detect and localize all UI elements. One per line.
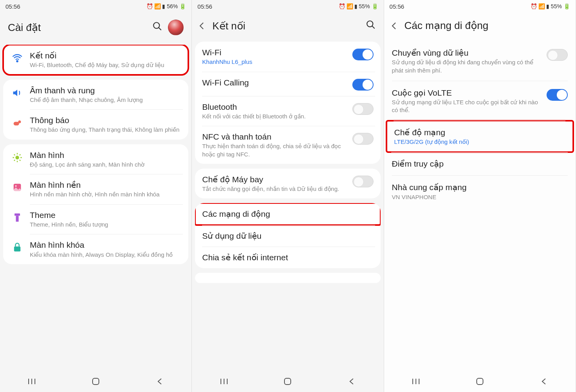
settings-item-wallpaper[interactable]: Màn hình nền Hình nền màn hình chờ, Hình… [3, 174, 188, 204]
alarm-icon: ⏰ [530, 3, 537, 9]
recents-button[interactable] [408, 374, 424, 389]
page-title: Kết nối [212, 20, 361, 32]
item-title: Nhà cung cấp mạng [392, 182, 568, 192]
item-bluetooth[interactable]: Bluetooth Kết nối với các thiết bị Bluet… [195, 96, 380, 126]
status-time: 05:56 [5, 3, 146, 10]
status-bar: 05:56 ⏰ 📶 ▮ 56% 🔋 [0, 0, 191, 13]
item-subtitle: Thực hiện thanh toán di động, chia sẻ dữ… [202, 142, 346, 158]
theme-icon [10, 211, 24, 225]
svg-point-15 [15, 185, 17, 187]
item-volte[interactable]: Cuộc gọi VoLTE Sử dụng mạng dữ liệu LTE … [384, 81, 576, 121]
recents-button[interactable] [216, 374, 232, 389]
item-subtitle: Wi-Fi, Bluetooth, Chế độ Máy bay, Sử dụn… [30, 61, 181, 69]
svg-rect-3 [14, 122, 19, 125]
status-bar: 05:56 ⏰ 📶 ▮ 55% 🔋 [192, 0, 383, 13]
navbar [192, 371, 383, 392]
item-data-usage[interactable]: Sử dụng dữ liệu [195, 225, 380, 247]
svg-rect-28 [284, 378, 291, 385]
item-title: Bluetooth [202, 102, 346, 112]
recents-button[interactable] [24, 374, 40, 389]
roaming-toggle[interactable] [547, 49, 568, 61]
item-subtitle: Theme, Hình nền, Biểu tượng [30, 221, 181, 229]
item-hotspot[interactable]: Chia sẻ kết nối internet [195, 247, 380, 268]
settings-group-connections: Kết nối Wi-Fi, Bluetooth, Chế độ Máy bay… [3, 45, 188, 75]
item-operator[interactable]: Nhà cung cấp mạng VN VINAPHONE [384, 176, 576, 207]
signal-icon: ▮ [354, 3, 357, 9]
bluetooth-toggle[interactable] [352, 103, 374, 115]
wifi-icon: 📶 [346, 3, 353, 9]
svg-line-10 [14, 154, 15, 155]
search-button[interactable] [152, 21, 162, 34]
display-icon [10, 151, 24, 165]
item-subtitle: Sử dụng dữ liệu di động khi đang chuyển … [392, 58, 541, 74]
svg-rect-18 [14, 247, 20, 252]
item-title: Wi-Fi [202, 47, 346, 58]
item-title: Kết nối [30, 50, 181, 61]
settings-item-notifications[interactable]: Thông báo Thông báo ứng dụng, Thanh trạn… [3, 109, 188, 140]
wifi-calling-toggle[interactable] [352, 79, 374, 91]
home-button[interactable] [88, 374, 104, 389]
item-mobile-networks[interactable]: Các mạng di động [195, 203, 380, 225]
wifi-icon [10, 51, 24, 65]
item-title: Chuyển vùng dữ liệu [392, 47, 541, 58]
settings-item-lockscreen[interactable]: Màn hình khóa Kiểu khóa màn hình, Always… [3, 234, 188, 264]
back-button[interactable] [344, 374, 359, 389]
item-subtitle: Kết nối với các thiết bị Bluetooth ở gần… [202, 113, 346, 120]
battery-icon: 🔋 [179, 3, 186, 9]
item-title: Chế độ mạng [394, 127, 565, 138]
alarm-icon: ⏰ [146, 3, 153, 9]
battery-text: 55% [551, 3, 562, 9]
navbar [384, 371, 576, 392]
item-nfc[interactable]: NFC và thanh toán Thực hiện thanh toán d… [195, 126, 380, 164]
airplane-toggle[interactable] [352, 176, 374, 187]
status-time: 05:56 [197, 3, 338, 10]
item-airplane[interactable]: Chế độ Máy bay Tắt chức năng gọi điện, n… [195, 169, 380, 199]
wifi-icon: 📶 [538, 3, 545, 9]
item-title: Sử dụng dữ liệu [202, 230, 373, 241]
item-data-roaming[interactable]: Chuyển vùng dữ liệu Sử dụng dữ liệu di đ… [384, 41, 576, 81]
item-title: Cuộc gọi VoLTE [392, 87, 541, 98]
status-right: ⏰ 📶 ▮ 55% 🔋 [339, 3, 378, 9]
volte-toggle[interactable] [547, 89, 568, 101]
header: Kết nối [192, 13, 383, 42]
settings-item-sound[interactable]: Âm thanh và rung Chế độ âm thanh, Nhạc c… [3, 80, 188, 110]
profile-avatar[interactable] [168, 20, 184, 35]
battery-icon: 🔋 [372, 3, 378, 9]
battery-text: 56% [167, 3, 178, 9]
nfc-toggle[interactable] [352, 133, 374, 145]
back-button[interactable] [152, 374, 168, 389]
settings-group-display: Màn hình Độ sáng, Lọc ánh sáng xanh, Màn… [3, 144, 188, 264]
battery-text: 55% [359, 3, 370, 9]
item-title: Chế độ Máy bay [202, 174, 346, 185]
item-wifi[interactable]: Wi-Fi KhanhNhu L6_plus [195, 42, 380, 72]
settings-group-sound-notif: Âm thanh và rung Chế độ âm thanh, Nhạc c… [3, 80, 188, 140]
item-apn[interactable]: Điểm truy cập [384, 152, 576, 175]
search-button[interactable] [366, 20, 376, 32]
item-subtitle: Độ sáng, Lọc ánh sáng xanh, Màn hình chờ [30, 161, 181, 169]
back-button[interactable] [196, 20, 208, 32]
wifi-toggle[interactable] [352, 49, 374, 60]
svg-rect-16 [15, 213, 20, 216]
item-title: Âm thanh và rung [30, 85, 181, 96]
item-title: Điểm truy cập [392, 158, 568, 169]
settings-item-connections[interactable]: Kết nối Wi-Fi, Bluetooth, Chế độ Máy bay… [3, 45, 188, 75]
item-title: Màn hình khóa [30, 240, 181, 250]
status-right: ⏰ 📶 ▮ 55% 🔋 [530, 3, 570, 9]
svg-point-23 [367, 21, 373, 27]
settings-item-display[interactable]: Màn hình Độ sáng, Lọc ánh sáng xanh, Màn… [3, 144, 188, 174]
connections-group-4-peek [195, 273, 380, 283]
settings-item-theme[interactable]: Theme Theme, Hình nền, Biểu tượng [3, 204, 188, 234]
item-wifi-calling[interactable]: Wi-Fi Calling [195, 72, 380, 96]
battery-icon: 🔋 [563, 3, 570, 9]
item-network-mode[interactable]: Chế độ mạng LTE/3G/2G (tự động kết nối) [386, 121, 573, 152]
back-button[interactable] [388, 20, 400, 32]
home-button[interactable] [472, 374, 488, 389]
item-title: Thông báo [30, 115, 181, 125]
item-title: Chia sẻ kết nối internet [202, 252, 373, 263]
item-subtitle: LTE/3G/2G (tự động kết nối) [394, 138, 565, 146]
back-button[interactable] [536, 374, 552, 389]
alarm-icon: ⏰ [339, 3, 345, 9]
home-button[interactable] [280, 374, 295, 389]
connections-group-1: Wi-Fi KhanhNhu L6_plus Wi-Fi Calling Blu… [195, 42, 380, 164]
item-subtitle: Chế độ âm thanh, Nhạc chuông, Âm lượng [30, 96, 181, 104]
